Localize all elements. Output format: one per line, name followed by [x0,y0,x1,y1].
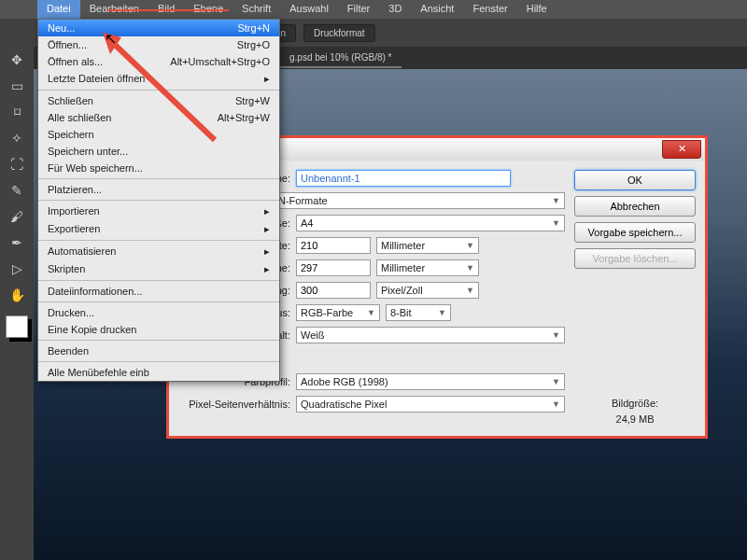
width-input[interactable] [296,237,371,254]
brush-tool-icon[interactable]: 🖌 [0,203,34,230]
height-unit-select[interactable]: Millimeter▼ [376,259,479,276]
ok-button[interactable]: OK [574,170,696,190]
menu-fenster[interactable]: Fenster [463,0,516,19]
menu-item[interactable]: Skripten [38,260,279,278]
chevron-down-icon: ▼ [552,377,560,386]
menu-3d[interactable]: 3D [379,0,411,19]
size-select[interactable]: A4▼ [296,215,565,231]
menu-item[interactable]: Eine Kopie drucken [38,321,279,338]
chevron-down-icon: ▼ [552,196,560,205]
pen-tool-icon[interactable]: ✒ [0,230,34,256]
resolution-input[interactable] [296,282,371,299]
menu-datei[interactable]: Datei [37,0,80,19]
chevron-down-icon: ▼ [438,308,446,317]
chevron-down-icon: ▼ [367,308,375,317]
eyedropper-tool-icon[interactable]: ✎ [0,177,34,203]
menu-item[interactable]: Dateiinformationen... [38,283,279,300]
chevron-down-icon: ▼ [466,286,474,295]
chevron-down-icon: ▼ [552,399,560,409]
menu-auswahl[interactable]: Auswahl [280,0,338,19]
preset-select[interactable]: DIN-Formate▼ [263,192,565,209]
menu-item[interactable]: Beenden [38,343,279,359]
pixelratio-select[interactable]: Quadratische Pixel▼ [296,396,565,413]
menu-item[interactable]: Drucken... [38,304,279,321]
menu-ansicht[interactable]: Ansicht [411,0,463,19]
document-tab[interactable]: g.psd bei 10% (RGB/8) * [280,49,402,68]
chevron-down-icon: ▼ [552,218,560,228]
tool-panel: ✥ ▭ ⌑ ✧ ⛶ ✎ 🖌 ✒ ▷ ✋ [0,47,34,560]
menu-item[interactable]: Alle Menübefehle einb [38,364,279,381]
lasso-tool-icon[interactable]: ⌑ [0,99,34,125]
resolution-unit-select[interactable]: Pixel/Zoll▼ [376,282,479,299]
chevron-down-icon: ▼ [466,263,474,273]
cancel-button[interactable]: Abbrechen [574,196,696,217]
colormode-select[interactable]: RGB-Farbe▼ [296,304,380,321]
menu-item[interactable]: Platzieren... [38,181,279,198]
pixelratio-label: Pixel-Seitenverhältnis: [178,399,290,410]
wand-tool-icon[interactable]: ✧ [0,125,34,151]
background-select[interactable]: Weiß▼ [296,327,565,343]
bitdepth-select[interactable]: 8-Bit▼ [386,304,451,321]
chevron-down-icon: ▼ [466,241,474,250]
option-pill[interactable]: Druckformat [303,24,374,42]
menu-item[interactable]: Automatisieren [38,243,279,260]
close-button[interactable]: ✕ [662,140,701,159]
menu-item[interactable]: Für Web speichern... [38,160,279,176]
move-tool-icon[interactable]: ✥ [0,47,34,73]
color-swatch[interactable] [6,315,28,338]
image-size-info: Bildgröße: 24,9 MB [574,396,696,427]
hand-tool-icon[interactable]: ✋ [0,282,34,308]
arrow-tool-icon[interactable]: ▷ [0,256,34,282]
menu-hilfe[interactable]: Hilfe [517,0,557,19]
save-preset-button[interactable]: Vorgabe speichern... [574,222,696,243]
marquee-tool-icon[interactable]: ▭ [0,73,34,99]
name-input[interactable] [296,170,511,187]
menu-item[interactable]: Importieren [38,203,279,220]
menu-filter[interactable]: Filter [338,0,379,19]
menu-item[interactable]: Exportieren [38,220,279,238]
delete-preset-button: Vorgabe löschen... [574,248,696,269]
width-unit-select[interactable]: Millimeter▼ [376,237,479,254]
height-input[interactable] [296,259,371,276]
menu-schrift[interactable]: Schrift [233,0,280,19]
svg-line-0 [112,42,215,140]
cursor-icon: ↖ [105,30,117,48]
profile-select[interactable]: Adobe RGB (1998)▼ [296,373,565,390]
chevron-down-icon: ▼ [552,330,560,340]
annotation-underline [107,9,229,11]
crop-tool-icon[interactable]: ⛶ [0,151,34,177]
